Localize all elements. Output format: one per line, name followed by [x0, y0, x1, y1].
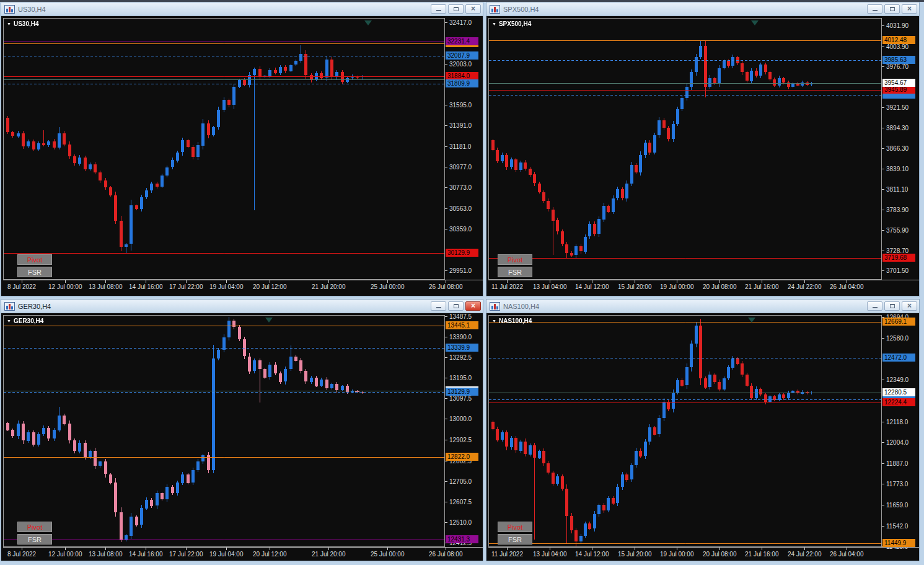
chart-icon	[4, 302, 15, 311]
time-tick-mark	[387, 280, 388, 283]
titlebar[interactable]: GER30,H4 ×	[1, 300, 483, 313]
price-tick-mark	[445, 522, 447, 523]
time-tick-mark	[635, 280, 635, 283]
window-title: US30,H4	[18, 6, 431, 13]
chart-symbol-label[interactable]: ▼SPX500,H4	[492, 20, 531, 27]
candlestick-canvas[interactable]	[4, 19, 444, 279]
time-tick-mark	[719, 548, 720, 550]
price-tick-mark	[445, 398, 447, 399]
fsr-button[interactable]: FSR	[498, 267, 532, 277]
price-level-badge: 12280.5	[882, 388, 915, 396]
time-label: 14 Jul 16:00	[129, 551, 163, 558]
time-label: 8 Jul 2022	[7, 283, 36, 290]
time-label: 19 Jul 00:00	[660, 551, 694, 558]
titlebar[interactable]: SPX500,H4 ×	[486, 2, 919, 16]
time-label: 21 Jul 20:00	[312, 551, 346, 558]
time-tick-mark	[387, 548, 388, 550]
restore-button[interactable]	[884, 4, 900, 14]
price-tick-label: 11542.0	[886, 522, 908, 530]
price-tick-label: 12510.0	[449, 518, 472, 527]
price-tick-label: 29951.0	[449, 267, 472, 275]
time-tick-mark	[22, 280, 22, 283]
time-tick-mark	[146, 280, 146, 283]
minimize-button[interactable]	[431, 4, 446, 14]
price-level-badge: 13129.9	[446, 388, 478, 396]
chart-symbol-label[interactable]: ▼NAS100,H4	[492, 318, 532, 324]
fsr-button[interactable]: FSR	[17, 267, 52, 277]
time-label: 11 Jul 2022	[491, 551, 523, 558]
price-tick-label: 30773.0	[449, 184, 472, 192]
pivot-button[interactable]: Pivot	[498, 522, 532, 532]
price-tick-label: 13000.0	[449, 415, 472, 423]
price-tick-mark	[445, 481, 447, 482]
time-label: 20 Jul 12:00	[253, 283, 287, 290]
chart-plot[interactable]: ▼NAS100,H4 Pivot FSR	[488, 315, 882, 547]
price-tick-mark	[445, 146, 447, 147]
price-tick-label: 30563.0	[449, 205, 472, 213]
pivot-button[interactable]: Pivot	[17, 254, 52, 265]
minimize-button[interactable]	[431, 301, 446, 311]
time-tick-mark	[226, 280, 227, 283]
pivot-button[interactable]: Pivot	[498, 254, 532, 265]
time-axis: 8 Jul 202212 Jul 00:0013 Jul 08:0014 Jul…	[3, 547, 483, 561]
fsr-button[interactable]: FSR	[498, 534, 532, 545]
price-tick-mark	[445, 64, 447, 65]
price-tick-label: 4031.90	[886, 22, 909, 30]
titlebar[interactable]: US30,H4 ×	[1, 2, 483, 16]
price-tick-label: 30359.0	[449, 225, 472, 233]
time-label: 21 Jul 20:00	[312, 283, 346, 290]
price-tick-label: 3894.30	[886, 124, 909, 132]
restore-button[interactable]	[884, 301, 900, 311]
chart-symbol-label[interactable]: ▼US30,H4	[7, 20, 39, 27]
time-label: 24 Jul 22:00	[788, 551, 822, 558]
chart-symbol-label[interactable]: ▼GER30,H4	[7, 318, 43, 324]
restore-button[interactable]	[448, 301, 464, 311]
dropdown-arrow-icon: ▼	[7, 22, 11, 26]
close-button[interactable]: ×	[465, 4, 481, 14]
chart-window-nas100: NAS100,H4 × ▼NAS100,H4 Pivot FSR 12694.0…	[486, 299, 920, 561]
price-tick-mark	[445, 208, 447, 209]
time-tick-mark	[146, 548, 146, 550]
close-button[interactable]: ×	[465, 301, 481, 311]
minimize-button[interactable]	[867, 4, 882, 14]
price-tick-mark	[882, 148, 884, 149]
chart-window-ger30: GER30,H4 × ▼GER30,H4 Pivot FSR 13487.513…	[1, 299, 483, 561]
chart-plot[interactable]: ▼GER30,H4 Pivot FSR	[3, 315, 445, 547]
chart-plot[interactable]: ▼US30,H4 Pivot FSR	[3, 18, 445, 280]
close-button[interactable]: ×	[902, 301, 917, 311]
price-tick-label: 11887.0	[886, 460, 908, 468]
time-label: 19 Jul 04:00	[209, 283, 244, 290]
candlestick-canvas[interactable]	[489, 316, 881, 546]
price-level-badge: 3719.68	[882, 254, 915, 262]
titlebar[interactable]: NAS100,H4 ×	[486, 300, 919, 313]
time-tick-mark	[550, 548, 550, 550]
fsr-button[interactable]: FSR	[17, 534, 52, 545]
chart-plot[interactable]: ▼SPX500,H4 Pivot FSR	[488, 18, 882, 280]
restore-button[interactable]	[448, 4, 464, 14]
candlestick-canvas[interactable]	[489, 19, 881, 279]
time-label: 24 Jul 22:00	[788, 283, 822, 290]
time-label: 13 Jul 08:00	[89, 551, 123, 558]
price-tick-label: 31181.0	[449, 143, 471, 151]
time-label: 13 Jul 04:00	[533, 283, 567, 290]
candlestick-canvas[interactable]	[4, 316, 444, 546]
close-button[interactable]: ×	[902, 4, 917, 14]
time-tick-mark	[677, 280, 677, 283]
time-label: 12 Jul 00:00	[48, 551, 82, 558]
minimize-button[interactable]	[867, 301, 882, 311]
price-level-badge: 4012.48	[882, 36, 915, 44]
time-tick-mark	[446, 548, 446, 550]
price-tick-mark	[882, 189, 884, 190]
time-tick-mark	[270, 280, 270, 283]
time-tick-mark	[635, 548, 635, 550]
time-tick-mark	[328, 548, 329, 550]
time-label: 19 Jul 04:00	[209, 551, 244, 558]
time-label: 21 Jul 16:00	[745, 283, 779, 290]
time-label: 26 Jul 08:00	[429, 283, 463, 290]
price-level-badge: 11449.9	[882, 539, 915, 547]
window-title: SPX500,H4	[503, 6, 867, 13]
time-label: 14 Jul 12:00	[575, 283, 609, 290]
price-tick-mark	[882, 505, 884, 505]
pivot-button[interactable]: Pivot	[17, 522, 52, 532]
time-tick-mark	[328, 280, 329, 283]
